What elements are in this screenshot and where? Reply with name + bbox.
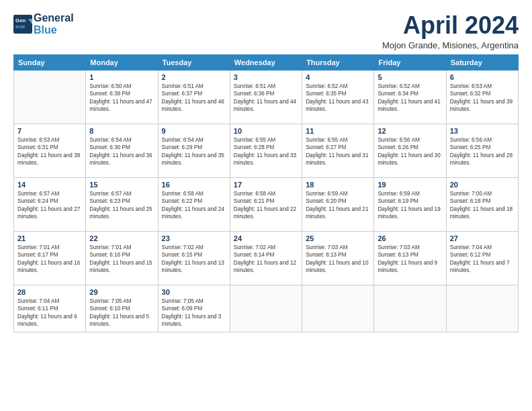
day-number: 18 xyxy=(306,181,370,189)
daylight-text: Daylight: 11 hours and 9 minutes. xyxy=(378,260,437,273)
sunrise-text: Sunrise: 6:59 AM xyxy=(306,191,347,197)
sunset-text: Sunset: 6:26 PM xyxy=(378,144,418,150)
day-info: Sunrise: 6:53 AMSunset: 6:32 PMDaylight:… xyxy=(450,83,515,113)
day-info: Sunrise: 7:01 AMSunset: 6:17 PMDaylight:… xyxy=(17,244,82,275)
sunset-text: Sunset: 6:32 PM xyxy=(450,91,491,97)
day-cell: 2Sunrise: 6:51 AMSunset: 6:37 PMDaylight… xyxy=(158,70,230,124)
day-number: 30 xyxy=(162,288,226,296)
day-info: Sunrise: 6:51 AMSunset: 6:37 PMDaylight:… xyxy=(162,83,226,113)
col-header-monday: Monday xyxy=(86,54,158,70)
day-number: 14 xyxy=(17,181,82,189)
sunrise-text: Sunrise: 6:50 AM xyxy=(89,83,131,89)
day-cell: 13Sunrise: 6:56 AMSunset: 6:25 PMDayligh… xyxy=(446,124,518,177)
sunrise-text: Sunrise: 7:05 AM xyxy=(89,298,131,304)
daylight-text: Daylight: 11 hours and 15 minutes. xyxy=(89,260,152,273)
sunrise-text: Sunrise: 7:03 AM xyxy=(306,244,347,250)
sunrise-text: Sunrise: 7:00 AM xyxy=(450,191,492,197)
sunset-text: Sunset: 6:28 PM xyxy=(234,144,275,150)
day-info: Sunrise: 6:55 AMSunset: 6:27 PMDaylight:… xyxy=(306,136,370,167)
day-cell xyxy=(446,285,518,332)
day-number: 13 xyxy=(450,127,515,135)
day-number: 5 xyxy=(378,73,442,81)
col-header-sunday: Sunday xyxy=(14,54,86,70)
day-info: Sunrise: 6:56 AMSunset: 6:25 PMDaylight:… xyxy=(450,136,515,167)
sunset-text: Sunset: 6:38 PM xyxy=(89,91,130,97)
sunrise-text: Sunrise: 6:53 AM xyxy=(450,83,492,89)
sunset-text: Sunset: 6:34 PM xyxy=(378,91,418,97)
day-cell: 24Sunrise: 7:02 AMSunset: 6:14 PMDayligh… xyxy=(230,231,302,285)
daylight-text: Daylight: 11 hours and 33 minutes. xyxy=(234,152,296,166)
daylight-text: Daylight: 11 hours and 46 minutes. xyxy=(162,99,224,112)
sunset-text: Sunset: 6:13 PM xyxy=(378,252,418,258)
sunrise-text: Sunrise: 6:54 AM xyxy=(89,137,131,143)
sunset-text: Sunset: 6:17 PM xyxy=(17,252,58,258)
day-cell: 23Sunrise: 7:02 AMSunset: 6:15 PMDayligh… xyxy=(158,231,230,285)
sunrise-text: Sunrise: 7:04 AM xyxy=(17,298,59,304)
col-header-thursday: Thursday xyxy=(302,54,374,70)
sunrise-text: Sunrise: 6:51 AM xyxy=(234,83,275,89)
sunrise-text: Sunrise: 6:57 AM xyxy=(17,191,59,197)
sunrise-text: Sunrise: 7:01 AM xyxy=(89,244,131,250)
day-number: 10 xyxy=(234,127,298,135)
daylight-text: Daylight: 11 hours and 24 minutes. xyxy=(162,206,224,220)
day-cell: 11Sunrise: 6:55 AMSunset: 6:27 PMDayligh… xyxy=(302,124,374,177)
day-number: 17 xyxy=(234,181,298,189)
sunrise-text: Sunrise: 6:57 AM xyxy=(89,191,131,197)
day-number: 25 xyxy=(306,234,370,242)
sunrise-text: Sunrise: 7:01 AM xyxy=(17,244,59,250)
sunset-text: Sunset: 6:21 PM xyxy=(234,198,275,204)
day-cell: 20Sunrise: 7:00 AMSunset: 6:18 PMDayligh… xyxy=(446,177,518,231)
sunrise-text: Sunrise: 6:52 AM xyxy=(306,83,347,89)
sunset-text: Sunset: 6:31 PM xyxy=(17,144,58,150)
sunset-text: Sunset: 6:12 PM xyxy=(450,252,491,258)
daylight-text: Daylight: 11 hours and 10 minutes. xyxy=(306,260,368,273)
day-number: 21 xyxy=(17,234,82,242)
sunset-text: Sunset: 6:37 PM xyxy=(162,91,203,97)
sunset-text: Sunset: 6:10 PM xyxy=(89,306,130,312)
sunset-text: Sunset: 6:19 PM xyxy=(378,198,418,204)
daylight-text: Daylight: 11 hours and 7 minutes. xyxy=(450,260,510,273)
day-info: Sunrise: 7:05 AMSunset: 6:10 PMDaylight:… xyxy=(89,298,154,328)
day-info: Sunrise: 7:02 AMSunset: 6:14 PMDaylight:… xyxy=(234,244,298,275)
sunrise-text: Sunrise: 6:58 AM xyxy=(162,191,204,197)
svg-text:Gen: Gen xyxy=(15,17,26,23)
day-info: Sunrise: 6:57 AMSunset: 6:24 PMDaylight:… xyxy=(17,190,82,221)
day-info: Sunrise: 7:03 AMSunset: 6:13 PMDaylight:… xyxy=(306,244,370,275)
col-header-wednesday: Wednesday xyxy=(230,54,302,70)
day-cell: 3Sunrise: 6:51 AMSunset: 6:36 PMDaylight… xyxy=(230,70,302,124)
logo: Gen eral General Blue xyxy=(13,12,74,36)
daylight-text: Daylight: 11 hours and 5 minutes. xyxy=(89,314,149,327)
day-cell: 6Sunrise: 6:53 AMSunset: 6:32 PMDaylight… xyxy=(446,70,518,124)
day-cell: 1Sunrise: 6:50 AMSunset: 6:38 PMDaylight… xyxy=(86,70,158,124)
col-header-friday: Friday xyxy=(374,54,446,70)
sunrise-text: Sunrise: 6:54 AM xyxy=(162,137,204,143)
day-number: 8 xyxy=(89,127,154,135)
daylight-text: Daylight: 11 hours and 43 minutes. xyxy=(306,99,368,112)
day-number: 28 xyxy=(17,288,82,296)
sunrise-text: Sunrise: 6:55 AM xyxy=(306,137,347,143)
page: Gen eral General Blue April 2024 Mojon G… xyxy=(0,0,532,411)
daylight-text: Daylight: 11 hours and 6 minutes. xyxy=(17,314,77,327)
day-number: 29 xyxy=(89,288,154,296)
month-title: April 2024 xyxy=(382,12,519,39)
day-cell: 5Sunrise: 6:52 AMSunset: 6:34 PMDaylight… xyxy=(374,70,446,124)
daylight-text: Daylight: 11 hours and 22 minutes. xyxy=(234,206,296,220)
sunset-text: Sunset: 6:09 PM xyxy=(162,306,203,312)
day-cell: 4Sunrise: 6:52 AMSunset: 6:35 PMDaylight… xyxy=(302,70,374,124)
day-info: Sunrise: 6:59 AMSunset: 6:19 PMDaylight:… xyxy=(378,190,442,221)
sunrise-text: Sunrise: 7:02 AM xyxy=(234,244,275,250)
daylight-text: Daylight: 11 hours and 36 minutes. xyxy=(89,152,152,166)
day-info: Sunrise: 7:03 AMSunset: 6:13 PMDaylight:… xyxy=(378,244,442,275)
day-number: 20 xyxy=(450,181,515,189)
sunset-text: Sunset: 6:20 PM xyxy=(306,198,347,204)
week-row-4: 21Sunrise: 7:01 AMSunset: 6:17 PMDayligh… xyxy=(14,231,519,285)
sunrise-text: Sunrise: 6:55 AM xyxy=(234,137,275,143)
sunset-text: Sunset: 6:13 PM xyxy=(306,252,347,258)
daylight-text: Daylight: 11 hours and 38 minutes. xyxy=(17,152,80,166)
daylight-text: Daylight: 11 hours and 12 minutes. xyxy=(234,260,296,273)
day-info: Sunrise: 6:58 AMSunset: 6:21 PMDaylight:… xyxy=(234,190,298,221)
day-cell xyxy=(374,285,446,332)
sunset-text: Sunset: 6:36 PM xyxy=(234,91,275,97)
calendar: Sunday Monday Tuesday Wednesday Thursday… xyxy=(13,54,519,332)
day-cell xyxy=(230,285,302,332)
